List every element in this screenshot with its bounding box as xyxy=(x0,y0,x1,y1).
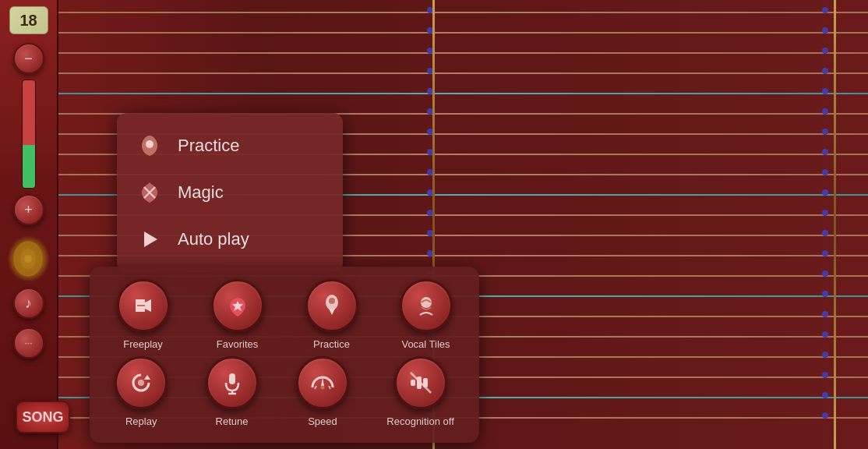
mode-menu-practice[interactable]: Practice xyxy=(117,122,343,169)
speed-button[interactable] xyxy=(296,356,349,409)
ornament-decoration xyxy=(7,235,50,282)
string-line-4 xyxy=(55,93,868,94)
replay-button[interactable] xyxy=(115,356,168,409)
svg-point-2 xyxy=(24,255,32,263)
practice-icon xyxy=(136,132,164,160)
svg-line-15 xyxy=(315,386,316,389)
svg-rect-11 xyxy=(229,373,235,384)
speed-control[interactable]: Speed xyxy=(296,356,349,427)
vocal-tiles-control[interactable]: Vocal Tiles xyxy=(400,279,453,350)
magic-icon xyxy=(136,179,164,207)
song-button[interactable]: SONG xyxy=(16,401,70,433)
controls-row-1: Freeplay Favorites Practice xyxy=(102,279,467,350)
volume-slider[interactable] xyxy=(22,80,36,189)
recognition-button[interactable] xyxy=(394,356,447,409)
svg-point-7 xyxy=(329,298,335,304)
replay-control[interactable]: Replay xyxy=(115,356,168,427)
mode-menu-autoplay[interactable]: Auto play xyxy=(117,216,343,263)
replay-label: Replay xyxy=(125,415,157,427)
favorites-label: Favorites xyxy=(217,338,258,350)
speed-label: Speed xyxy=(308,415,337,427)
retune-label: Retune xyxy=(216,415,249,427)
svg-point-3 xyxy=(146,140,153,148)
practice-control[interactable]: Practice xyxy=(305,279,358,350)
music-button[interactable]: ♪ xyxy=(13,288,44,319)
controls-panel: Freeplay Favorites Practice xyxy=(90,267,479,443)
mode-menu: Practice Magic Auto play xyxy=(117,113,343,272)
svg-rect-17 xyxy=(411,380,415,386)
favorites-button[interactable] xyxy=(211,279,264,332)
freeplay-label: Freeplay xyxy=(123,338,163,350)
practice-label: Practice xyxy=(313,338,350,350)
recognition-control[interactable]: Recognition off xyxy=(386,356,454,427)
svg-point-10 xyxy=(138,380,144,386)
freeplay-control[interactable]: Freeplay xyxy=(117,279,170,350)
string-line-1 xyxy=(55,32,868,34)
more-button[interactable]: ··· xyxy=(13,327,44,359)
retune-button[interactable] xyxy=(206,356,259,409)
favorites-control[interactable]: Favorites xyxy=(211,279,264,350)
controls-row-2: Replay Retune xyxy=(102,356,467,427)
svg-line-16 xyxy=(329,386,330,389)
mode-menu-magic[interactable]: Magic xyxy=(117,169,343,216)
recognition-label: Recognition off xyxy=(386,415,454,427)
freeplay-button[interactable] xyxy=(117,279,170,332)
number-badge: 18 xyxy=(9,6,48,34)
svg-marker-9 xyxy=(144,375,150,380)
volume-control: − + xyxy=(13,41,44,228)
retune-control[interactable]: Retune xyxy=(206,356,259,427)
string-line-2 xyxy=(55,52,868,54)
left-sidebar: 18 − + ♪ ··· xyxy=(0,0,58,449)
string-line-0 xyxy=(55,12,868,13)
bridge-line-right xyxy=(834,0,836,449)
autoplay-icon xyxy=(136,225,164,253)
vocal-tiles-label: Vocal Tiles xyxy=(401,338,450,350)
volume-decrease-button[interactable]: − xyxy=(13,43,44,74)
vocal-tiles-button[interactable] xyxy=(400,279,453,332)
svg-marker-4 xyxy=(144,232,157,247)
volume-increase-button[interactable]: + xyxy=(13,194,44,225)
string-line-3 xyxy=(55,72,868,74)
practice-button[interactable] xyxy=(305,279,358,332)
svg-point-14 xyxy=(320,386,324,390)
